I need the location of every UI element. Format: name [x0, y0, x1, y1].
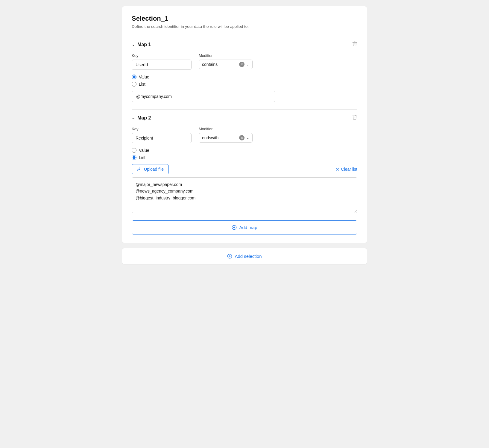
- map-2-label: Map 2: [137, 115, 151, 121]
- map-2-fields: Key Modifier endswith ✕ ⌄: [132, 127, 357, 143]
- map-1-modifier-clear-icon[interactable]: ✕: [239, 62, 244, 67]
- page-container: Selection_1 Define the search identifier…: [122, 6, 367, 264]
- add-selection-label: Add selection: [235, 254, 262, 259]
- map-1-type-radio-group: Value List: [132, 75, 357, 87]
- map-1-modifier-select[interactable]: contains ✕ ⌄: [199, 60, 253, 69]
- clear-list-x-icon: ✕: [335, 167, 339, 172]
- map-1-list-radio-label: List: [139, 82, 145, 87]
- map-2-list-actions: Upload file ✕ Clear list: [132, 164, 357, 174]
- map-2-header: ⌄ Map 2: [132, 114, 357, 121]
- clear-list-label: Clear list: [341, 167, 357, 172]
- map-2-key-group: Key: [132, 127, 192, 143]
- map-1-collapse-toggle[interactable]: ⌄ Map 1: [132, 42, 151, 47]
- map-1-value-radio-input[interactable]: [132, 75, 136, 79]
- map-2-collapse-toggle[interactable]: ⌄ Map 2: [132, 115, 151, 121]
- map-2-list-radio-input[interactable]: [132, 155, 136, 160]
- map-1-modifier-label: Modifier: [199, 53, 253, 58]
- map-1-list-radio-input[interactable]: [132, 82, 136, 87]
- map-2-key-input[interactable]: [132, 133, 192, 143]
- map-2-type-radio-group: Value List: [132, 148, 357, 160]
- add-map-button[interactable]: Add map: [132, 220, 357, 234]
- map-1-value-radio-label: Value: [139, 75, 149, 79]
- map-1-fields: Key Modifier contains ✕ ⌄: [132, 53, 357, 70]
- map-2-value-radio[interactable]: Value: [132, 148, 357, 153]
- map-1-key-input[interactable]: [132, 60, 192, 70]
- add-selection-card: Add selection: [122, 248, 367, 264]
- map-1-modifier-chevron-icon: ⌄: [246, 62, 249, 66]
- map-1-key-label: Key: [132, 53, 192, 58]
- upload-file-button[interactable]: Upload file: [132, 164, 169, 174]
- selection-description: Define the search identifier in your dat…: [132, 24, 357, 29]
- map-2-modifier-clear-icon[interactable]: ✕: [239, 135, 244, 140]
- add-selection-button[interactable]: Add selection: [122, 248, 367, 264]
- map-2-modifier-select[interactable]: endswith ✕ ⌄: [199, 133, 253, 143]
- map-2-list-radio-label: List: [139, 155, 145, 160]
- add-map-label: Add map: [239, 225, 257, 230]
- map-2-modifier-group: Modifier endswith ✕ ⌄: [199, 127, 253, 143]
- map-1-modifier-group: Modifier contains ✕ ⌄: [199, 53, 253, 70]
- selection-title: Selection_1: [132, 15, 357, 22]
- clear-list-button[interactable]: ✕ Clear list: [335, 167, 357, 172]
- map-1-section: ⌄ Map 1 Key: [132, 36, 357, 102]
- map-2-value-radio-input[interactable]: [132, 148, 136, 153]
- add-map-icon: [232, 225, 237, 230]
- map-2-chevron-icon: ⌄: [132, 116, 135, 120]
- map-1-header: ⌄ Map 1: [132, 41, 357, 48]
- map-1-value-input[interactable]: [132, 91, 275, 102]
- map-2-modifier-chevron-icon: ⌄: [246, 136, 249, 140]
- add-selection-icon: [227, 254, 232, 259]
- map-1-key-group: Key: [132, 53, 192, 70]
- map-2-modifier-label: Modifier: [199, 127, 253, 131]
- map-1-label: Map 1: [137, 42, 151, 47]
- map-1-delete-button[interactable]: [352, 41, 357, 48]
- selection-card: Selection_1 Define the search identifier…: [122, 6, 367, 243]
- map-1-value-radio[interactable]: Value: [132, 75, 357, 79]
- map-2-list-textarea[interactable]: @major_newspaper.com @news_agency_compan…: [132, 177, 357, 213]
- map-2-modifier-value: endswith: [202, 135, 237, 140]
- map-2-key-label: Key: [132, 127, 192, 131]
- map-1-modifier-value: contains: [202, 62, 237, 67]
- upload-icon: [137, 167, 142, 172]
- map-1-list-radio[interactable]: List: [132, 82, 357, 87]
- upload-button-label: Upload file: [144, 167, 164, 172]
- map-1-chevron-icon: ⌄: [132, 42, 135, 47]
- map-2-value-radio-label: Value: [139, 148, 149, 153]
- map-2-list-radio[interactable]: List: [132, 155, 357, 160]
- map-2-delete-button[interactable]: [352, 114, 357, 121]
- map-2-section: ⌄ Map 2 Key: [132, 109, 357, 214]
